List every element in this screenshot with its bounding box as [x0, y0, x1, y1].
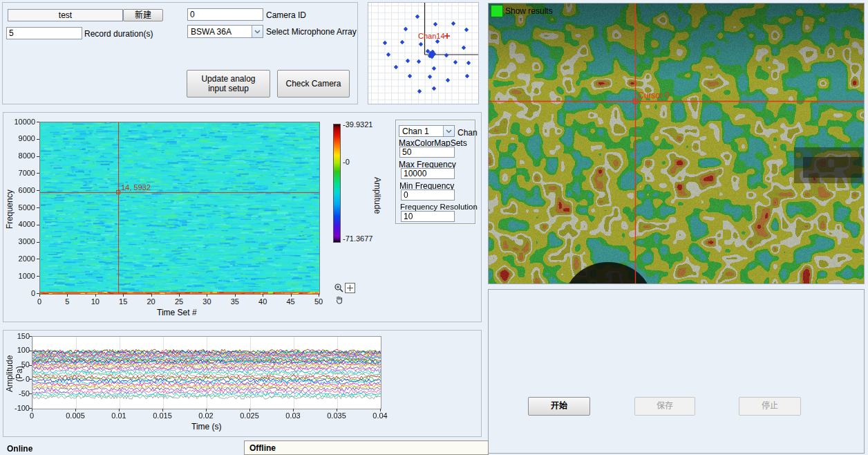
tick-mark [29, 393, 32, 394]
spectrogram-y-tick: 2000 [10, 254, 35, 263]
waveform-xlabel: Time (s) [191, 422, 222, 431]
spectrogram-x-tick: 50 [310, 297, 327, 306]
tick-mark [29, 379, 32, 380]
tick-mark [29, 365, 32, 366]
mic-array-scatter [368, 3, 478, 104]
online-status-label: Online [7, 444, 32, 454]
pan-hand-tool-icon[interactable] [334, 295, 344, 307]
spectrogram-y-tick: 7000 [10, 169, 35, 177]
mic-cursor-label: Chan14 [418, 32, 445, 40]
frequency-resolution-field[interactable] [401, 211, 455, 222]
spectrogram-x-tick: 40 [254, 297, 271, 306]
tick-mark [263, 294, 263, 297]
tick-mark [37, 276, 39, 277]
offline-status-box: Offline [244, 440, 489, 455]
waveform-plot[interactable] [32, 336, 381, 409]
chevron-down-icon [252, 26, 263, 37]
mic-array-label: Select Microphone Array [266, 27, 357, 37]
setup-panel: 新建 Camera ID Record duration(s) BSWA 36A… [2, 2, 358, 104]
update-analog-input-button[interactable]: Update analog input setup [187, 70, 270, 98]
show-results-indicator[interactable] [491, 5, 503, 17]
spectrogram-y-tick: 10000 [10, 118, 35, 126]
camera-view-panel[interactable]: Show results Cursor 0 [488, 3, 865, 284]
check-camera-button[interactable]: Check Camera [277, 70, 350, 98]
chan-label: Chan [457, 128, 478, 138]
new-session-button[interactable]: 新建 [123, 9, 163, 21]
mic-array-dropdown[interactable]: BSWA 36A [187, 25, 263, 38]
tick-mark [337, 409, 337, 411]
spectrogram-y-tick: 5000 [10, 203, 35, 212]
tick-mark [151, 294, 152, 297]
stop-button[interactable]: 停止 [739, 397, 801, 416]
amplitude-colorbar [333, 124, 341, 243]
waveform-x-tick: 0.01 [104, 411, 134, 420]
max-frequency-field[interactable] [401, 168, 455, 179]
spectrogram-plot[interactable] [39, 122, 320, 295]
tick-mark [37, 173, 39, 174]
tick-mark [319, 294, 319, 297]
tick-mark [37, 225, 39, 225]
tick-mark [123, 294, 124, 297]
max-colormap-field[interactable] [399, 147, 455, 158]
waveform-y-tick: 50 [8, 360, 30, 369]
waveform-x-tick: 0.005 [60, 411, 91, 420]
frequency-resolution-label: Frequency Resolution [400, 203, 478, 211]
waveform-x-tick: 0.015 [147, 411, 178, 420]
waveform-x-tick: 0.03 [278, 411, 308, 420]
camera-id-field[interactable] [187, 8, 263, 21]
spectrogram-x-tick: 35 [227, 297, 243, 306]
spectrogram-y-tick: 4000 [10, 220, 35, 228]
tick-mark [39, 294, 40, 297]
waveform-x-tick: 0.04 [365, 411, 395, 420]
spectrogram-x-tick: 10 [87, 297, 104, 306]
mic-array-plot[interactable]: Chan14 [368, 2, 479, 104]
tick-mark [29, 351, 32, 351]
tick-mark [235, 294, 236, 297]
spectrogram-x-tick: 20 [143, 297, 160, 306]
waveform-panel: Amplitude (Pa) Time (s) 150100500-50-100… [3, 330, 482, 437]
record-duration-label: Record duration(s) [84, 29, 153, 39]
waveform-x-tick: 0.035 [321, 411, 352, 420]
spectrogram-panel: Frequency 14, 5932 Time Set # -39.9321 -… [3, 112, 482, 322]
spectrogram-y-tick: 1000 [10, 272, 35, 280]
spectrogram-x-tick: 25 [171, 297, 187, 306]
camera-id-label: Camera ID [266, 10, 306, 20]
colorbar-title: Amplitude [372, 161, 382, 230]
chevron-down-icon [443, 126, 454, 136]
tick-mark [37, 259, 39, 259]
chan-dropdown[interactable]: Chan 1 [399, 125, 455, 137]
colorbar-mid-label: -0 [343, 158, 350, 166]
cursor-tool-icon[interactable] [345, 283, 355, 293]
tick-mark [95, 294, 96, 297]
waveform-y-tick: 0 [8, 375, 30, 383]
tick-mark [32, 409, 32, 411]
colorbar-max-label: -39.9321 [343, 120, 372, 129]
spectrogram-x-tick: 45 [283, 297, 299, 306]
save-button[interactable]: 保存 [634, 397, 695, 416]
mic-array-value: BSWA 36A [188, 27, 252, 37]
tick-mark [37, 242, 39, 243]
min-frequency-field[interactable] [401, 189, 455, 201]
spectrogram-cursor-label: 14, 5932 [121, 183, 151, 192]
tick-mark [162, 409, 163, 411]
spectrogram-y-tick: 9000 [10, 134, 35, 142]
tick-mark [119, 409, 120, 411]
start-button[interactable]: 开始 [528, 397, 590, 416]
tick-mark [37, 190, 39, 191]
waveform-y-tick: -100 [8, 404, 30, 412]
chan-value: Chan 1 [399, 127, 443, 136]
waveform-x-tick: 0 [17, 411, 47, 420]
acoustic-overlay-image[interactable] [489, 3, 864, 284]
zoom-tool-icon[interactable] [334, 283, 344, 295]
analysis-controls-group: Chan 1 Chan MaxColorMapSets Max Frequenc… [395, 120, 475, 224]
spectrogram-x-tick: 15 [115, 297, 131, 306]
waveform-y-tick: 150 [8, 332, 30, 340]
tick-mark [291, 294, 292, 297]
spectrogram-x-tick: 30 [198, 297, 215, 306]
session-name-field[interactable] [8, 9, 123, 21]
record-duration-field[interactable] [6, 27, 82, 39]
offline-status-label: Offline [249, 443, 276, 453]
spectrogram-xlabel: Time Set # [157, 308, 197, 317]
spectrogram-x-tick: 5 [59, 297, 75, 306]
tick-mark [37, 139, 39, 140]
